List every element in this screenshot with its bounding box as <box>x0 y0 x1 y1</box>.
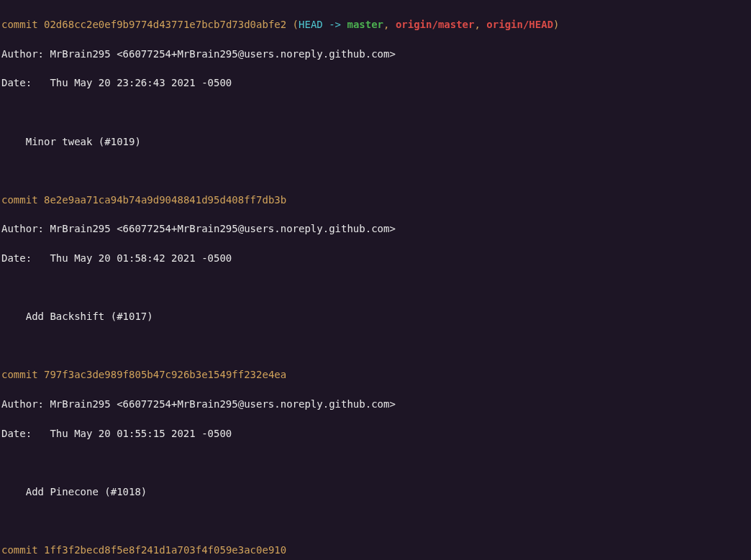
date-value: Thu May 20 01:58:42 2021 -0500 <box>50 252 232 264</box>
blank-line <box>1 339 750 353</box>
author-value: MrBrain295 <66077254+MrBrain295@users.no… <box>50 398 395 410</box>
date-line: Date: Thu May 20 23:26:43 2021 -0500 <box>1 75 750 90</box>
ref-remote-branch: origin/master <box>396 19 475 30</box>
ref-head: HEAD -> <box>299 19 347 30</box>
commit-body-line: Minor tweak (#1019) <box>1 134 750 149</box>
date-label: Date: <box>1 428 50 439</box>
refs-open: ( <box>286 19 299 30</box>
commit-line: commit 797f3ac3de989f805b47c926b3e1549ff… <box>1 367 750 382</box>
commit-hash: 02d68cc2e0ef9b9774d43771e7bcb7d73d0abfe2 <box>44 19 286 30</box>
date-value: Thu May 20 01:55:15 2021 -0500 <box>50 428 232 439</box>
blank-line <box>1 163 750 178</box>
date-line: Date: Thu May 20 01:55:15 2021 -0500 <box>1 426 750 441</box>
author-line: Author: MrBrain295 <66077254+MrBrain295@… <box>1 221 750 236</box>
blank-line <box>1 280 750 295</box>
refs-close: ) <box>553 19 559 30</box>
blank-line <box>1 513 750 528</box>
author-label: Author: <box>1 398 50 410</box>
ref-remote-branch: origin/HEAD <box>486 19 553 30</box>
commit-keyword: commit <box>1 194 44 206</box>
date-line: Date: Thu May 20 01:58:42 2021 -0500 <box>1 251 750 265</box>
author-value: MrBrain295 <66077254+MrBrain295@users.no… <box>50 48 395 60</box>
author-label: Author: <box>1 223 50 234</box>
blank-line <box>1 455 750 469</box>
git-log-output[interactable]: commit 02d68cc2e0ef9b9774d43771e7bcb7d73… <box>0 0 751 560</box>
commit-keyword: commit <box>1 369 44 380</box>
author-line: Author: MrBrain295 <66077254+MrBrain295@… <box>1 47 750 61</box>
commit-body-line: Add Backshift (#1017) <box>1 309 750 323</box>
ref-sep: , <box>474 19 486 30</box>
commit-hash: 1ff3f2becd8f5e8f241d1a703f4f059e3ac0e910 <box>44 544 286 556</box>
commit-line: commit 02d68cc2e0ef9b9774d43771e7bcb7d73… <box>1 17 750 32</box>
commit-hash: 797f3ac3de989f805b47c926b3e1549ff232e4ea <box>44 369 286 380</box>
date-label: Date: <box>1 252 50 264</box>
date-label: Date: <box>1 77 50 88</box>
date-value: Thu May 20 23:26:43 2021 -0500 <box>50 77 232 88</box>
author-line: Author: MrBrain295 <66077254+MrBrain295@… <box>1 397 750 411</box>
commit-hash: 8e2e9aa71ca94b74a9d9048841d95d408ff7db3b <box>44 194 286 206</box>
commit-body-line: Add Pinecone (#1018) <box>1 485 750 499</box>
commit-keyword: commit <box>1 19 44 30</box>
blank-line <box>1 105 750 119</box>
commit-line: commit 8e2e9aa71ca94b74a9d9048841d95d408… <box>1 193 750 207</box>
commit-line: commit 1ff3f2becd8f5e8f241d1a703f4f059e3… <box>1 543 750 557</box>
commit-keyword: commit <box>1 544 44 556</box>
ref-sep: , <box>383 19 396 30</box>
ref-local-branch: master <box>347 19 383 30</box>
author-label: Author: <box>1 48 50 60</box>
author-value: MrBrain295 <66077254+MrBrain295@users.no… <box>50 223 395 234</box>
